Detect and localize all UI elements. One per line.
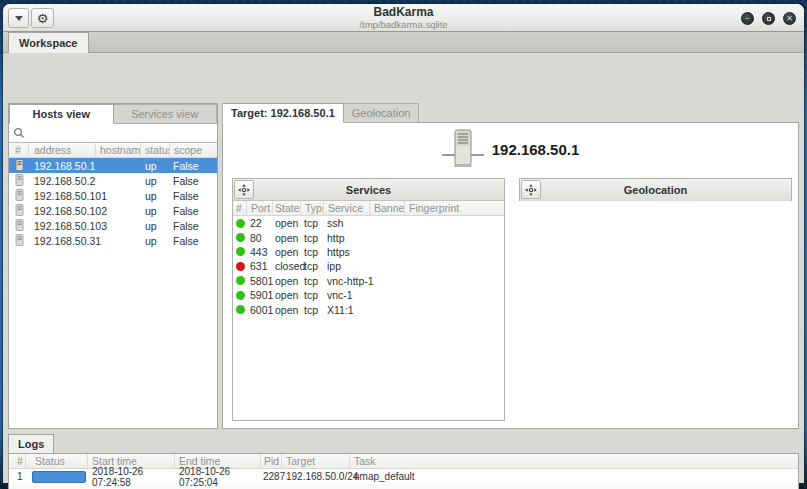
col-address[interactable]: address (29, 143, 96, 157)
service-row[interactable]: 5801 open tcp vnc-http-1 (233, 274, 504, 288)
service-row[interactable]: 443 open tcp https (233, 245, 504, 259)
service-row[interactable]: 80 open tcp http (233, 230, 504, 244)
tab-logs[interactable]: Logs (8, 434, 54, 453)
host-address: 192.168.50.102 (29, 205, 141, 217)
tab-workspace[interactable]: Workspace (8, 32, 89, 53)
tab-hosts-view[interactable]: Hosts view (9, 104, 114, 124)
minimize-button[interactable]: − (741, 12, 754, 25)
hosts-search-input[interactable] (28, 126, 217, 141)
close-icon: ✕ (786, 15, 793, 23)
hosts-search (9, 124, 217, 143)
service-name: vnc-1 (324, 289, 504, 301)
service-name: ipp (324, 260, 504, 272)
service-state: open (273, 246, 301, 258)
col-status[interactable]: Status (26, 454, 88, 468)
service-name: X11:1 (324, 304, 504, 316)
state-dot (236, 305, 245, 314)
services-table-header[interactable]: # Port State Type Service Banner Fingerp… (233, 201, 504, 216)
service-port: 443 (247, 246, 273, 258)
col-hostname[interactable]: hostname (96, 143, 141, 157)
host-row[interactable]: 192.168.50.2 up False (9, 173, 217, 188)
maximize-icon (767, 17, 771, 21)
col-num[interactable]: # (9, 454, 26, 468)
col-task[interactable]: Task (350, 454, 798, 468)
col-state[interactable]: State (273, 201, 301, 215)
col-pid[interactable]: Pid (261, 454, 282, 468)
col-banner[interactable]: Banner (370, 201, 405, 215)
service-port: 6001 (247, 304, 273, 316)
col-fingerprint[interactable]: Fingerprint (405, 201, 504, 215)
col-num[interactable]: # (9, 143, 29, 157)
tab-services-view[interactable]: Services view (114, 104, 218, 124)
host-icon (9, 234, 29, 247)
services-title: Services (346, 184, 391, 196)
col-type[interactable]: Type (301, 201, 324, 215)
service-state: closed (273, 260, 301, 272)
gear-icon: ⚙ (37, 11, 49, 26)
host-icon (9, 159, 29, 172)
col-num[interactable]: # (233, 201, 247, 215)
tab-target[interactable]: Target: 192.168.50.1 (222, 103, 344, 123)
state-dot (236, 291, 245, 300)
services-expander-button[interactable] (234, 180, 254, 199)
service-port: 5801 (247, 275, 273, 287)
window-title: BadKarma (123, 6, 684, 20)
hosts-rows: 192.168.50.1 up False 192.168.50.2 up Fa… (9, 158, 217, 248)
minimize-icon: − (745, 15, 750, 23)
service-name: vnc-http-1 (324, 275, 504, 287)
service-row[interactable]: 22 open tcp ssh (233, 216, 504, 230)
host-row[interactable]: 192.168.50.101 up False (9, 188, 217, 203)
close-button[interactable]: ✕ (783, 12, 796, 25)
service-state: open (273, 217, 301, 229)
host-status: up (141, 235, 170, 247)
service-port: 80 (247, 232, 273, 244)
host-address: 192.168.50.31 (29, 235, 141, 247)
service-name: https (324, 246, 504, 258)
host-icon (9, 219, 29, 232)
host-scope: False (170, 175, 217, 187)
geolocation-header: Geolocation (520, 179, 791, 201)
col-scope[interactable]: scope (170, 143, 217, 157)
app-window: ⚙ BadKarma /tmp/badkarma.sqlite − ✕ Work… (3, 4, 804, 483)
service-row[interactable]: 5901 open tcp vnc-1 (233, 288, 504, 302)
service-state: open (273, 232, 301, 244)
host-row[interactable]: 192.168.50.102 up False (9, 203, 217, 218)
host-icon (9, 174, 29, 187)
tab-geolocation[interactable]: Geolocation (344, 103, 420, 123)
host-row[interactable]: 192.168.50.1 up False (9, 158, 217, 173)
service-row[interactable]: 6001 open tcp X11:1 (233, 302, 504, 316)
host-row[interactable]: 192.168.50.103 up False (9, 218, 217, 233)
hosts-panel: Hosts view Services view # address hostn… (8, 103, 218, 429)
maximize-button[interactable] (762, 12, 775, 25)
host-ip-title: 192.168.50.1 (492, 141, 580, 158)
log-row[interactable]: 1 2018-10-26 07:24:58 2018-10-26 07:25:0… (9, 469, 798, 484)
host-scope: False (170, 160, 217, 172)
service-name: ssh (324, 217, 504, 229)
host-address: 192.168.50.103 (29, 220, 141, 232)
host-address: 192.168.50.101 (29, 190, 141, 202)
geolocation-expander-button[interactable] (521, 180, 541, 199)
col-port[interactable]: Port (247, 201, 273, 215)
hosts-tabstrip: Hosts view Services view (9, 104, 217, 124)
menu-dropdown-button[interactable] (8, 8, 29, 28)
col-target[interactable]: Target (282, 454, 350, 468)
log-start-time: 2018-10-26 07:24:58 (88, 466, 175, 488)
log-end-time: 2018-10-26 07:25:04 (175, 466, 261, 488)
log-pid: 2287 (261, 471, 282, 482)
main-notebook-header: Workspace (3, 32, 804, 53)
target-tabstrip: Target: 192.168.50.1 Geolocation (222, 103, 799, 123)
col-service[interactable]: Service (324, 201, 370, 215)
service-type: tcp (301, 260, 324, 272)
service-state: open (273, 304, 301, 316)
search-icon (13, 127, 25, 139)
workspace-page: Hosts view Services view # address hostn… (3, 53, 804, 483)
service-row[interactable]: 631 closed tcp ipp (233, 259, 504, 273)
host-banner: 192.168.50.1 (223, 129, 798, 169)
settings-button[interactable]: ⚙ (31, 8, 54, 28)
col-status[interactable]: status (141, 143, 170, 157)
hosts-table-header[interactable]: # address hostname status scope (9, 143, 217, 158)
service-state: open (273, 275, 301, 287)
host-row[interactable]: 192.168.50.31 up False (9, 233, 217, 248)
service-port: 22 (247, 217, 273, 229)
log-target: 192.168.50.0/24 (282, 471, 350, 482)
